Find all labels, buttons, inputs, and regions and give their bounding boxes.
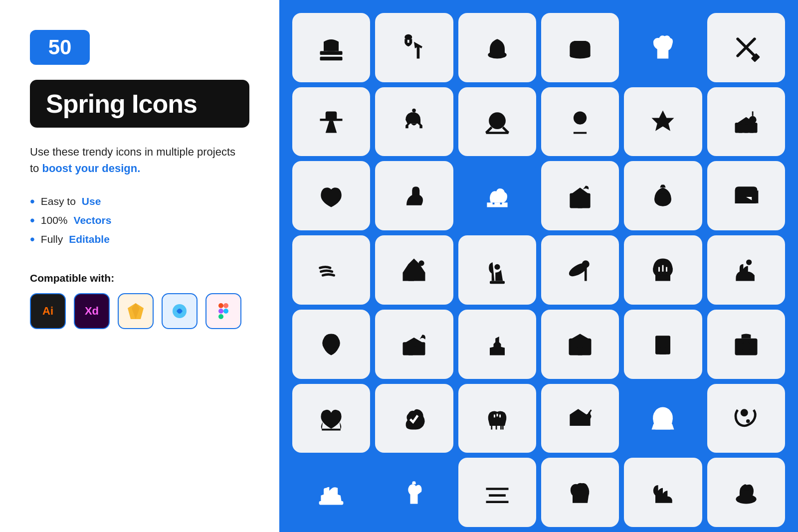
icon-cell-2 [375, 13, 453, 82]
svg-rect-47 [578, 347, 582, 355]
icon-cell-14 [375, 161, 453, 230]
svg-rect-8 [320, 51, 343, 55]
svg-point-19 [412, 109, 416, 113]
svg-point-56 [586, 414, 591, 419]
description-highlight: boost your design. [42, 162, 140, 175]
icon-cell-29 [624, 310, 702, 379]
svg-marker-24 [652, 111, 674, 131]
icon-cell-13 [292, 161, 370, 230]
description: Use these trendy icons in multiple proje… [30, 144, 239, 177]
svg-rect-42 [408, 346, 413, 355]
icon-cell-30 [707, 310, 785, 379]
icon-cell-16 [541, 161, 619, 230]
svg-point-58 [741, 409, 748, 416]
svg-rect-54 [575, 419, 579, 426]
icon-cell-32 [375, 384, 453, 453]
svg-point-49 [660, 343, 666, 349]
icons-grid [287, 8, 790, 532]
app-icon-procreate [162, 293, 198, 329]
icon-cell-34 [541, 384, 619, 453]
icon-cell-8 [375, 87, 453, 157]
svg-point-61 [324, 488, 328, 492]
svg-rect-3 [218, 303, 223, 308]
icon-cell-20 [375, 235, 453, 305]
icon-cell-22 [541, 235, 619, 305]
icon-cell-35-blue [624, 384, 702, 453]
svg-rect-55 [581, 419, 587, 423]
icon-cell-25 [292, 310, 370, 379]
count-badge: 50 [30, 30, 90, 65]
left-panel: 50 Spring Icons Use these trendy icons i… [0, 0, 279, 532]
svg-rect-43 [415, 346, 419, 352]
svg-rect-45 [573, 343, 577, 348]
svg-rect-35 [490, 281, 505, 284]
svg-point-7 [223, 309, 228, 314]
icon-cell-4 [541, 13, 619, 82]
svg-rect-50 [659, 352, 667, 355]
icon-cell-3 [458, 13, 536, 82]
svg-point-59 [746, 419, 750, 423]
feature-2: 100% Vectors [30, 213, 249, 227]
icon-cell-9 [458, 87, 536, 157]
icon-cell-18 [707, 161, 785, 230]
icon-cell-37-blue [292, 458, 370, 527]
icon-cell-31 [292, 384, 370, 453]
icon-cell-10 [541, 87, 619, 157]
svg-point-34 [419, 261, 424, 266]
icon-cell-1 [292, 13, 370, 82]
svg-rect-32 [578, 198, 583, 208]
main-title: Spring Icons [46, 89, 233, 119]
svg-point-20 [489, 112, 506, 129]
icon-cell-12 [707, 87, 785, 157]
icon-cell-15-blue [458, 161, 536, 230]
features-list: Easy to Use 100% Vectors Fully Editable [30, 194, 249, 251]
icon-cell-19 [292, 235, 370, 305]
svg-point-67 [747, 485, 750, 488]
icon-cell-33 [458, 384, 536, 453]
icon-cell-28 [541, 310, 619, 379]
svg-rect-4 [223, 303, 228, 308]
right-panel [279, 0, 798, 532]
svg-rect-26 [739, 126, 743, 133]
svg-rect-27 [744, 126, 748, 133]
svg-rect-41 [403, 342, 425, 355]
svg-point-29 [749, 116, 756, 124]
svg-rect-28 [750, 126, 754, 133]
feature-3: Fully Editable [30, 232, 249, 246]
svg-point-40 [746, 260, 752, 265]
svg-point-13 [578, 43, 583, 48]
count-text: 50 [48, 35, 72, 59]
app-icon-xd: Xd [74, 293, 110, 329]
icon-cell-42 [707, 458, 785, 527]
app-icon-figma [205, 293, 241, 329]
compatible-label: Compatible with: [30, 272, 249, 284]
icon-cell-26 [375, 310, 453, 379]
svg-rect-60 [319, 501, 344, 505]
icon-cell-5-blue [624, 13, 702, 82]
svg-rect-46 [583, 343, 588, 348]
svg-point-38 [582, 261, 590, 268]
icon-cell-17 [624, 161, 702, 230]
svg-rect-5 [218, 309, 223, 314]
title-block: Spring Icons [30, 80, 249, 128]
svg-point-36 [494, 264, 500, 270]
app-icons-row: Ai Xd [30, 293, 249, 329]
svg-point-53 [744, 345, 748, 349]
app-icon-sketch [118, 293, 154, 329]
icon-cell-7 [292, 87, 370, 157]
icon-cell-6 [707, 13, 785, 82]
svg-rect-6 [218, 314, 223, 319]
icon-cell-36 [707, 384, 785, 453]
svg-rect-9 [320, 57, 343, 61]
svg-point-10 [405, 34, 412, 40]
icon-cell-41 [624, 458, 702, 527]
icon-cell-11 [624, 87, 702, 157]
svg-point-12 [570, 53, 591, 59]
icon-cell-39 [458, 458, 536, 527]
icon-cell-23 [624, 235, 702, 305]
icon-cell-38-blue [375, 458, 453, 527]
icon-cell-27 [458, 310, 536, 379]
icon-cell-40 [541, 458, 619, 527]
svg-point-66 [742, 485, 746, 489]
icon-cell-21 [458, 235, 536, 305]
